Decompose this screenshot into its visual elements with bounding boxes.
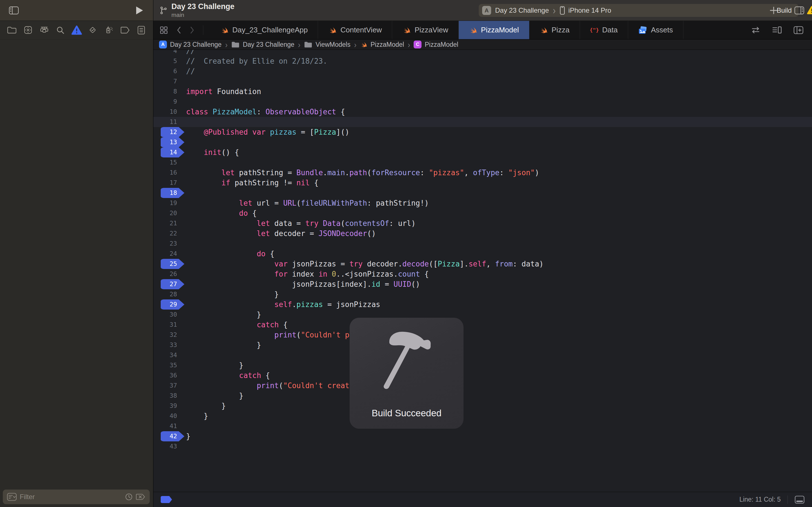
code-line-10[interactable]: 10class PizzaModel: ObservableObject { — [153, 107, 812, 117]
code-line-23[interactable]: 23 — [153, 238, 812, 249]
line-number-gutter[interactable]: 18 — [153, 188, 184, 198]
swap-editor-icon[interactable] — [751, 26, 761, 34]
code-line-18[interactable]: 18 — [153, 188, 812, 198]
code-line-38[interactable]: 38 } — [153, 391, 812, 401]
tab-Day_23_ChallengeApp[interactable]: Day_23_ChallengeApp — [210, 21, 318, 39]
line-number-gutter[interactable]: 15 — [153, 158, 184, 168]
line-number-gutter[interactable]: 23 — [153, 238, 184, 249]
line-number-gutter[interactable]: 43 — [153, 441, 184, 452]
tab-Data[interactable]: {"}Data — [580, 21, 628, 39]
breakpoints-toggle-icon[interactable] — [161, 496, 172, 503]
line-number-gutter[interactable]: 34 — [153, 350, 184, 360]
code-line-21[interactable]: 21 let data = try Data(contentsOf: url) — [153, 218, 812, 228]
line-number-gutter[interactable]: 8 — [153, 87, 184, 97]
breadcrumb-item[interactable]: Day 23 Challenge — [231, 41, 294, 48]
line-number-gutter[interactable]: 28 — [153, 289, 184, 299]
breakpoint-filter-icon[interactable] — [136, 493, 146, 501]
line-number-gutter[interactable]: 16 — [153, 168, 184, 178]
code-line-36[interactable]: 36 catch { — [153, 371, 812, 381]
add-editor-icon[interactable] — [794, 26, 804, 34]
project-navigator[interactable] — [6, 24, 18, 36]
source-control-navigator[interactable] — [22, 24, 34, 36]
code-line-4[interactable]: 4// — [153, 50, 812, 56]
code-line-5[interactable]: 5// Created by Ellie on 2/18/23. — [153, 56, 812, 66]
line-number-gutter[interactable]: 14 — [153, 147, 184, 158]
code-line-24[interactable]: 24 do { — [153, 249, 812, 259]
line-number-gutter[interactable]: 30 — [153, 309, 184, 320]
run-button[interactable] — [136, 6, 143, 14]
code-line-29[interactable]: 29 self.pizzas = jsonPizzas — [153, 299, 812, 309]
forward-icon[interactable] — [190, 26, 195, 34]
line-number-gutter[interactable]: 9 — [153, 97, 184, 107]
line-number-gutter[interactable]: 39 — [153, 401, 184, 411]
breadcrumb-item[interactable]: PizzaModel — [360, 41, 404, 48]
report-navigator[interactable] — [135, 24, 147, 36]
line-number-gutter[interactable]: 13 — [153, 137, 184, 147]
tab-Assets[interactable]: Assets — [628, 21, 683, 39]
code-line-6[interactable]: 6// — [153, 66, 812, 76]
run-destination[interactable]: iPhone 14 Pro — [568, 6, 611, 14]
editor-options-icon[interactable] — [772, 26, 782, 34]
code-line-15[interactable]: 15 — [153, 158, 812, 168]
line-number-gutter[interactable]: 4 — [153, 50, 184, 56]
code-line-9[interactable]: 9 — [153, 97, 812, 107]
line-number-gutter[interactable]: 25 — [153, 259, 184, 269]
line-number-gutter[interactable]: 29 — [153, 299, 184, 309]
code-line-17[interactable]: 17 if pathString != nil { — [153, 178, 812, 188]
code-line-31[interactable]: 31 catch { — [153, 320, 812, 330]
code-line-11[interactable]: 11 — [153, 117, 812, 127]
line-number-gutter[interactable]: 35 — [153, 360, 184, 371]
code-line-7[interactable]: 7 — [153, 76, 812, 87]
breadcrumb-item[interactable]: CPizzaModel — [414, 41, 458, 48]
code-line-26[interactable]: 26 for index in 0..<jsonPizzas.count { — [153, 269, 812, 279]
scheme-name[interactable]: Day 23 Challenge — [495, 6, 549, 14]
line-number-gutter[interactable]: 32 — [153, 330, 184, 340]
code-line-41[interactable]: 41 — [153, 421, 812, 431]
breakpoint-navigator[interactable] — [119, 24, 132, 36]
related-items-icon[interactable] — [160, 26, 168, 34]
code-line-19[interactable]: 19 let url = URL(fileURLWithPath: pathSt… — [153, 198, 812, 208]
line-number-gutter[interactable]: 6 — [153, 66, 184, 76]
line-number-gutter[interactable]: 10 — [153, 107, 184, 117]
tab-PizzaView[interactable]: PizzaView — [392, 21, 458, 39]
line-number-gutter[interactable]: 41 — [153, 421, 184, 431]
code-line-39[interactable]: 39 } — [153, 401, 812, 411]
tab-Pizza[interactable]: Pizza — [529, 21, 580, 39]
line-number-gutter[interactable]: 36 — [153, 371, 184, 381]
toggle-inspector-icon[interactable] — [794, 6, 805, 15]
code-line-20[interactable]: 20 do { — [153, 208, 812, 218]
recent-clock-icon[interactable] — [125, 493, 133, 501]
code-line-34[interactable]: 34 — [153, 350, 812, 360]
issue-navigator[interactable] — [70, 24, 83, 36]
code-line-32[interactable]: 32 print("Couldn't p — [153, 330, 812, 340]
code-line-25[interactable]: 25 var jsonPizzas = try decoder.decode([… — [153, 259, 812, 269]
code-line-12[interactable]: 12 @Published var pizzas = [Pizza]() — [153, 127, 812, 137]
warning-indicator[interactable]: 1 — [807, 6, 812, 14]
line-number-gutter[interactable]: 7 — [153, 76, 184, 87]
back-icon[interactable] — [176, 26, 181, 34]
filter-input[interactable] — [20, 493, 122, 501]
line-number-gutter[interactable]: 5 — [153, 56, 184, 66]
find-navigator[interactable] — [54, 24, 66, 36]
line-number-gutter[interactable]: 31 — [153, 320, 184, 330]
line-number-gutter[interactable]: 17 — [153, 178, 184, 188]
line-number-gutter[interactable]: 11 — [153, 117, 184, 127]
tab-PizzaModel[interactable]: PizzaModel — [459, 21, 529, 39]
code-line-8[interactable]: 8import Foundation — [153, 87, 812, 97]
code-line-13[interactable]: 13 — [153, 137, 812, 147]
code-line-35[interactable]: 35 } — [153, 360, 812, 371]
line-number-gutter[interactable]: 37 — [153, 381, 184, 391]
line-number-gutter[interactable]: 40 — [153, 411, 184, 421]
code-line-22[interactable]: 22 let decoder = JSONDecoder() — [153, 228, 812, 238]
line-number-gutter[interactable]: 22 — [153, 228, 184, 238]
code-line-16[interactable]: 16 let pathString = Bundle.main.path(for… — [153, 168, 812, 178]
code-line-42[interactable]: 42} — [153, 431, 812, 441]
scheme-selector[interactable]: A Day 23 Challenge › iPhone 14 Pro Build — [479, 4, 799, 17]
line-number-gutter[interactable]: 19 — [153, 198, 184, 208]
tab-ContentView[interactable]: ContentView — [318, 21, 392, 39]
line-number-gutter[interactable]: 26 — [153, 269, 184, 279]
code-line-28[interactable]: 28 } — [153, 289, 812, 299]
library-plus-icon[interactable] — [769, 6, 778, 15]
test-navigator[interactable] — [87, 24, 99, 36]
line-number-gutter[interactable]: 27 — [153, 279, 184, 289]
